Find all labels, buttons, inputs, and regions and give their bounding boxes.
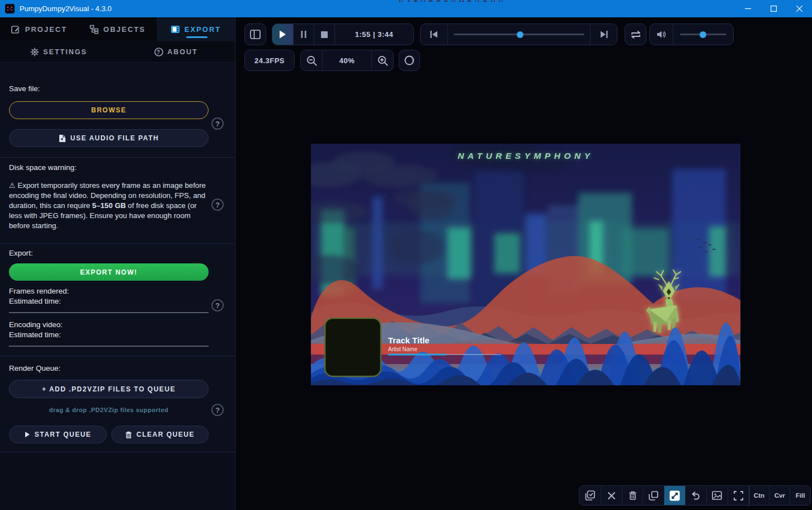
help-icon: ? [215, 120, 220, 128]
minimize-button[interactable] [735, 0, 761, 17]
tab-about[interactable]: ? ABOUT [117, 41, 235, 62]
section-divider [0, 356, 235, 356]
time-display: 1:55 | 3:44 [334, 24, 413, 45]
export-label: Export: [9, 249, 33, 257]
titlebar: PumpyDumpy2Visual - 4.3.0 [0, 0, 812, 17]
delete-button[interactable] [622, 486, 643, 505]
toggle-sidebar-button[interactable] [244, 23, 266, 45]
export-now-button[interactable]: EXPORT NOW! [9, 263, 209, 281]
cover-label: Cvr [775, 492, 785, 499]
skip-end-button[interactable] [590, 24, 617, 45]
track-title: Track Title [388, 336, 429, 345]
export-help-button[interactable]: ? [211, 299, 224, 311]
use-audio-path-label: USE AUDIO FILE PATH [70, 134, 159, 142]
disk-warning-help-button[interactable]: ? [211, 199, 224, 211]
frames-rendered-label: Frames rendered: [9, 287, 69, 295]
browse-button[interactable]: BROWSE [9, 101, 209, 119]
tab-about-label: ABOUT [167, 48, 197, 56]
resize-icon [669, 490, 680, 501]
add-queue-button[interactable]: + ADD .PD2VZIP FILES TO QUEUE [9, 380, 209, 398]
album-art-placeholder[interactable] [325, 318, 381, 376]
queue-help-button[interactable]: ? [211, 404, 224, 416]
stop-button[interactable] [314, 24, 334, 45]
zoom-in-button[interactable] [371, 50, 393, 70]
resize-mode-button[interactable] [664, 486, 685, 505]
undo-button[interactable] [685, 486, 706, 505]
pause-icon [301, 31, 306, 38]
file-icon [59, 134, 66, 143]
fit-fill-button[interactable]: Fill [790, 486, 810, 505]
add-queue-label: + ADD .PD2VZIP FILES TO QUEUE [42, 385, 176, 393]
tab-export[interactable]: EXPORT [157, 17, 235, 41]
mute-button[interactable] [650, 24, 673, 45]
help-icon: ? [215, 301, 220, 310]
skip-start-icon [430, 31, 438, 38]
fullscreen-brackets-icon [734, 491, 743, 500]
use-audio-path-button[interactable]: USE AUDIO FILE PATH [9, 129, 209, 147]
fps-value: 24.3FPS [254, 56, 285, 65]
objects-tree-icon [89, 25, 99, 34]
maximize-button[interactable] [761, 0, 786, 17]
drag-drop-hint: drag & drop .PD2VZip files supported [9, 407, 209, 413]
pause-button[interactable] [293, 24, 314, 45]
frames-progress-track [9, 312, 209, 313]
section-divider [0, 243, 235, 244]
loop-repeat-icon [630, 30, 641, 39]
artist-name: Artist Name [388, 346, 418, 352]
fit-cover-button[interactable]: Cvr [769, 486, 790, 505]
play-button[interactable] [272, 24, 293, 45]
duplicate-button[interactable] [643, 486, 664, 505]
skip-end-icon [600, 31, 608, 38]
fit-contain-button[interactable]: Ctn [749, 486, 769, 505]
clear-queue-button[interactable]: CLEAR QUEUE [111, 426, 209, 443]
active-tab-underline [186, 36, 207, 38]
fill-label: Fill [796, 492, 805, 499]
app-icon [5, 4, 15, 13]
clear-queue-label: CLEAR QUEUE [136, 431, 195, 438]
section-divider [0, 157, 235, 158]
close-button[interactable] [786, 0, 812, 17]
play-icon [279, 30, 286, 39]
save-file-help-button[interactable]: ? [211, 117, 224, 130]
panel-footer [0, 452, 235, 510]
start-queue-button[interactable]: START QUEUE [9, 426, 107, 443]
browse-button-label: BROWSE [91, 106, 126, 114]
tab-settings-label: SETTINGS [43, 48, 87, 56]
trash-icon [125, 431, 132, 438]
help-icon: ? [215, 201, 220, 209]
zoom-out-button[interactable] [301, 50, 322, 70]
play-icon [25, 431, 30, 438]
volume-track[interactable] [680, 34, 726, 35]
visualizer-preview-canvas[interactable]: NATURESYMPHONY [311, 144, 740, 385]
disk-warning-label: Disk space warning: [9, 163, 77, 172]
seek-thumb[interactable] [517, 31, 523, 38]
trash-icon [629, 491, 637, 500]
main-tabbar: PROJECT OBJECTS EXPORT [0, 17, 235, 41]
gear-icon [30, 48, 39, 56]
scene-title: NATURESYMPHONY [457, 151, 593, 160]
tab-settings[interactable]: SETTINGS [0, 41, 117, 62]
fps-indicator: 24.3FPS [244, 50, 295, 71]
export-now-label: EXPORT NOW! [80, 268, 138, 276]
render-glitch-text: NATURESYMPHONY [399, 0, 522, 2]
tab-objects[interactable]: OBJECTS [78, 17, 157, 41]
encoding-progress-track [9, 346, 209, 347]
contrast-toggle-button[interactable] [399, 50, 420, 71]
background-image-button[interactable] [706, 486, 728, 505]
select-all-button[interactable] [579, 486, 601, 505]
secondary-tabbar: SETTINGS ? ABOUT [0, 41, 235, 63]
skip-start-button[interactable] [421, 24, 447, 45]
image-icon [712, 491, 722, 500]
app-title: PumpyDumpy2Visual - 4.3.0 [20, 4, 112, 13]
deselect-button[interactable] [601, 486, 622, 505]
tab-project[interactable]: PROJECT [0, 17, 78, 41]
fullscreen-button[interactable] [728, 486, 749, 505]
export-sidebar: PROJECT OBJECTS EXPORT [0, 17, 235, 510]
seek-track[interactable] [454, 34, 584, 35]
loop-button[interactable] [625, 23, 646, 45]
seek-slider[interactable] [447, 24, 590, 45]
tab-project-label: PROJECT [25, 25, 67, 34]
select-all-icon [585, 490, 595, 500]
volume-thumb[interactable] [700, 31, 706, 38]
volume-slider[interactable] [673, 24, 733, 45]
